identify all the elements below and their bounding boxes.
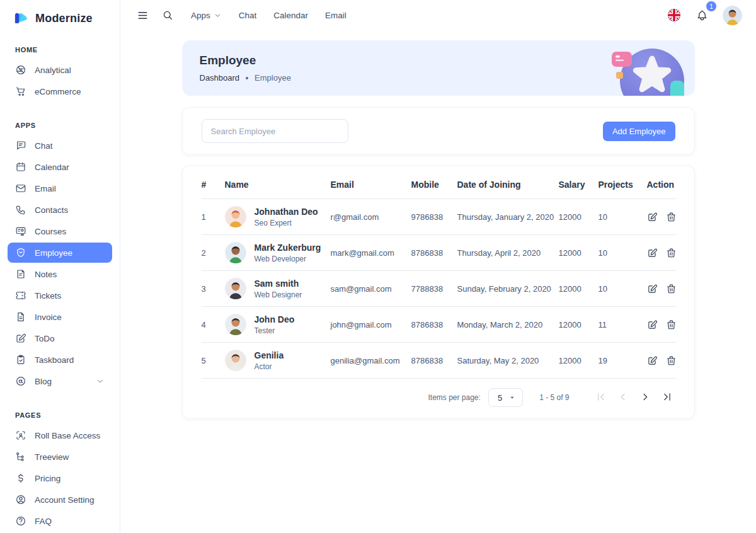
edit-icon[interactable] [647,355,658,366]
sidebar-item-invoice[interactable]: Invoice [8,307,112,327]
search-button[interactable] [157,4,178,26]
modernize-logo-icon [13,10,30,27]
nav-apps[interactable]: Apps [191,11,222,20]
employee-date: Monday, March 2, 2020 [457,307,559,343]
chevron-right-icon[interactable] [638,391,652,404]
sidebar-item-todo[interactable]: ToDo [8,328,112,348]
sidebar-item-chat[interactable]: Chat [8,135,112,156]
sidebar-item-label: Courses [35,227,66,236]
sidebar-item-label: Account Setting [35,495,94,505]
sidebar-item-treeview[interactable]: Treeview [8,447,112,467]
ticket-icon [15,290,26,301]
row-index: 5 [202,343,225,379]
sidebar-item-courses[interactable]: Courses [8,221,112,241]
sidebar-item-label: ToDo [35,334,55,343]
badge-icon [15,247,26,258]
sidebar-item-tickets[interactable]: Tickets [8,285,112,306]
breadcrumb-dashboard[interactable]: Dashboard [200,73,240,83]
breadcrumb-separator [246,77,248,79]
sidebar-item-notes[interactable]: Notes [8,264,112,284]
profile-avatar[interactable] [723,6,742,25]
table-row: 5 Genilia Actor genilia@gmail.com 878683… [202,343,677,379]
employee-projects: 19 [598,343,647,379]
file-icon [15,311,26,323]
sidebar-item-label: Tickets [35,291,61,301]
nav-email[interactable]: Email [325,11,346,20]
employee-email: genilia@gmail.com [331,343,411,379]
column-action: Action [647,168,677,199]
sidebar-item-label: Blog [35,377,52,386]
sidebar-item-label: Email [35,184,56,193]
sidebar-item-label: Calendar [35,163,69,172]
table-header-row: # Name Email Mobile Date of Joining Sala… [202,168,677,199]
chevron-left-icon[interactable] [616,391,630,404]
notification-badge: 1 [706,1,716,11]
edit-icon[interactable] [647,284,658,294]
page-first-icon[interactable] [594,391,608,404]
employee-date: Thursday, January 2, 2020 [457,199,559,235]
sidebar-item-employee[interactable]: Employee [8,243,112,263]
sidebar-item-label: Taskboard [35,355,74,365]
table-row: 1 Johnathan Deo Seo Expert r@gmail.com 9… [202,199,677,235]
sidebar-item-roll-base-access[interactable]: Roll Base Access [8,425,112,445]
aperture-icon [15,64,26,76]
sidebar-item-analytical[interactable]: Analytical [8,60,112,80]
trash-icon[interactable] [666,319,677,330]
employee-salary: 12000 [559,307,598,343]
employee-avatar [225,350,246,371]
sidebar-item-label: Roll Base Access [35,431,100,440]
sidebar-item-taskboard[interactable]: Taskboard [8,350,112,370]
trash-icon[interactable] [666,355,677,366]
language-flag-button[interactable] [667,8,681,22]
logo[interactable]: Modernize [0,0,120,27]
edit-icon[interactable] [647,319,658,330]
page-last-icon[interactable] [660,391,674,404]
nav-calendar[interactable]: Calendar [273,11,308,20]
trash-icon[interactable] [666,212,677,222]
employee-salary: 12000 [559,271,598,307]
table-row: 3 Sam smith Web Designer sam@gmail.com 7… [202,271,677,307]
sidebar-item-calendar[interactable]: Calendar [8,157,112,177]
employee-role: Actor [255,362,284,371]
employee-mobile: 8786838 [411,235,457,271]
message-icon [15,140,26,151]
employee-toolbar: Add Employee [182,107,695,155]
sidebar-section-apps: APPS [0,103,120,134]
employee-mobile: 8786838 [411,343,457,379]
edit-icon[interactable] [647,248,658,258]
trash-icon[interactable] [666,284,677,294]
employee-name: Genilia [255,350,284,360]
caret-down-icon [507,393,517,403]
sidebar-item-email[interactable]: Email [8,178,112,198]
sidebar-item-contacts[interactable]: Contacts [8,200,112,220]
items-per-page-select[interactable]: 5 [488,388,523,407]
add-employee-button[interactable]: Add Employee [603,122,675,141]
row-index: 3 [202,271,225,307]
sidebar-item-account-setting[interactable]: Account Setting [8,490,112,510]
employee-avatar [225,314,246,335]
sidebar-item-ecommerce[interactable]: eCommerce [8,81,112,101]
dollar-icon [15,473,26,484]
edit-icon[interactable] [647,212,658,222]
menu-toggle-button[interactable] [132,4,153,26]
edit-icon [15,333,26,344]
page-content: Employee Dashboard Employee [182,40,695,419]
nav-chat[interactable]: Chat [239,11,257,20]
sidebar-item-faq[interactable]: FAQ [8,511,112,531]
sidebar-item-label: Notes [35,270,57,279]
search-employee-input[interactable] [202,119,348,143]
employee-avatar [225,278,246,299]
employee-role: Seo Expert [255,219,318,227]
employee-avatar [225,206,246,227]
breadcrumb-current: Employee [255,73,291,83]
pagination: Items per page: 5 1 - 5 of 9 [202,379,675,412]
row-index: 2 [202,235,225,271]
column-date: Date of Joining [457,168,559,199]
employee-salary: 12000 [559,343,598,379]
sidebar-item-pricing[interactable]: Pricing [8,468,112,488]
column-name: Name [225,168,331,199]
sidebar-item-label: Pricing [35,474,60,483]
sidebar-item-blog[interactable]: Blog [8,371,112,391]
employee-mobile: 8786838 [411,307,457,343]
trash-icon[interactable] [666,248,677,258]
